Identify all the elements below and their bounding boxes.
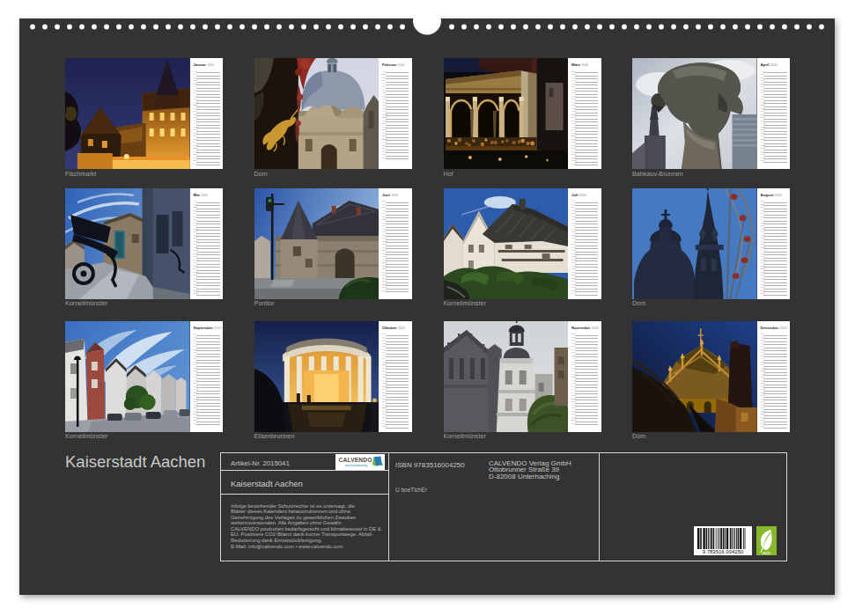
svg-text:eco: eco <box>763 550 770 555</box>
svg-text:9 783516 004250: 9 783516 004250 <box>703 549 744 554</box>
